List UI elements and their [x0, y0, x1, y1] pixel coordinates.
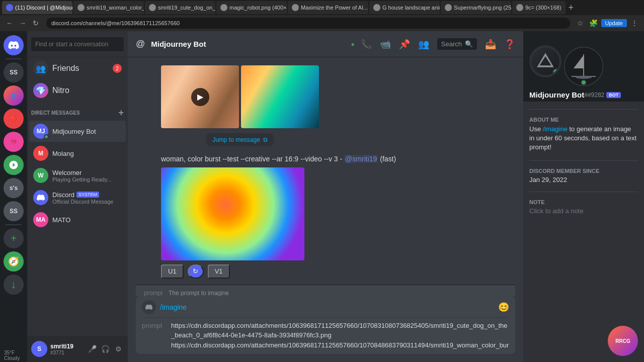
- call-icon[interactable]: 📞: [361, 39, 372, 50]
- address-bar[interactable]: discord.com/channels/@me/106396817112565…: [46, 18, 570, 29]
- update-button[interactable]: Update: [601, 19, 627, 27]
- profile-sailboat-icon: [535, 51, 555, 71]
- user-avatar: S: [31, 341, 47, 357]
- dm-item-molang[interactable]: M Molang: [29, 143, 126, 164]
- discover-button[interactable]: 🧭: [4, 251, 24, 272]
- prompt-label: prompt: [144, 290, 163, 296]
- search-bar[interactable]: Search 🔍: [437, 38, 477, 50]
- server-icon-ss2[interactable]: s's: [4, 178, 24, 198]
- tab-discord[interactable]: (11) Discord | @Midjourney...: [2, 1, 72, 14]
- nitro-label: Nitro: [52, 86, 69, 95]
- note-field[interactable]: Click to add a note: [523, 207, 644, 219]
- tab-6[interactable]: G house landscape animati...: [369, 1, 440, 14]
- profile-big-avatar: [529, 45, 561, 77]
- add-dm-button[interactable]: +: [118, 108, 124, 118]
- discord-home-button[interactable]: [4, 35, 24, 55]
- tab-5[interactable]: Maximize the Power of AI...: [288, 1, 368, 14]
- tab-8[interactable]: 9c= (300×168): [512, 1, 566, 14]
- nitro-item[interactable]: 💎 Nitro: [29, 80, 126, 101]
- browser-chrome: (11) Discord | @Midjourney... smriti19_w…: [0, 0, 644, 31]
- prompt-textarea[interactable]: https://cdn.discordapp.com/attachments/1…: [171, 321, 509, 350]
- help-icon[interactable]: ❓: [504, 39, 515, 50]
- new-tab-button[interactable]: +: [567, 3, 576, 13]
- tab-3[interactable]: smriti19_cute_dog_on_the...: [145, 1, 215, 14]
- dm-section-header: DIRECT MESSAGES +: [27, 102, 128, 120]
- reload-button[interactable]: ↻: [30, 18, 41, 29]
- channel-name: Midjourney Bot: [151, 40, 345, 48]
- server-divider: [6, 58, 22, 59]
- add-server-button[interactable]: +: [4, 228, 24, 248]
- note-title: NOTE: [523, 196, 644, 207]
- mato-name: MATO: [52, 216, 70, 224]
- tab7-icon: [445, 4, 452, 11]
- download-button[interactable]: ↓: [4, 275, 24, 295]
- prompt-key-label: prompt: [142, 321, 167, 329]
- tab-3-label: smriti19_cute_dog_on_the...: [158, 5, 215, 11]
- dm-search-input[interactable]: [31, 37, 124, 51]
- tab-8-label: 9c= (300×168): [525, 5, 561, 11]
- mato-avatar: MA: [33, 212, 48, 227]
- action-buttons: U1 ↻ V1: [161, 264, 396, 279]
- play-button-icon[interactable]: ▶: [191, 88, 209, 106]
- friends-item[interactable]: 👥 Friends 2: [29, 58, 126, 79]
- chat-content: ▶ Jump to message ⧉: [128, 57, 523, 296]
- large-image[interactable]: [161, 167, 396, 260]
- member-since-title: DISCORD MEMBER SINCE: [523, 165, 644, 176]
- server-icon-ss1[interactable]: SS: [4, 62, 24, 82]
- server-icon-ss3[interactable]: SS: [4, 201, 24, 221]
- msg2-content: woman, color burst --test --creative --a…: [161, 154, 396, 279]
- tab-4[interactable]: magic_robot.png (400×4...: [216, 1, 287, 14]
- system-badge: SYSTEM: [76, 192, 99, 198]
- mic-toggle-button[interactable]: 🎤: [87, 343, 98, 354]
- profile-avatar-area: [523, 61, 644, 86]
- external-link-icon: ⧉: [263, 136, 268, 143]
- bookmark-button[interactable]: ☆: [575, 18, 586, 29]
- dm-item-mato[interactable]: MA MATO: [29, 209, 126, 230]
- image-1[interactable]: ▶: [161, 65, 239, 128]
- forward-button[interactable]: →: [17, 18, 28, 29]
- dm-item-discord[interactable]: Discord SYSTEM Official Discord Message: [29, 187, 126, 208]
- pin-icon[interactable]: 📌: [399, 39, 410, 50]
- discord-dm-name: Discord: [52, 191, 74, 199]
- imagine-mention: /imagine: [543, 125, 568, 133]
- tab-5-label: Maximize the Power of AI...: [301, 5, 368, 11]
- molang-name: Molang: [52, 150, 74, 157]
- inbox-icon[interactable]: 📥: [485, 39, 496, 50]
- server-icon-green[interactable]: [4, 155, 24, 175]
- menu-button[interactable]: ⋮: [629, 18, 640, 29]
- tab2-icon: [77, 4, 85, 11]
- refresh-button[interactable]: ↻: [188, 264, 204, 279]
- video-icon[interactable]: 📹: [380, 39, 391, 50]
- tab-7[interactable]: Supermarflying.png (250...: [441, 1, 511, 14]
- jump-to-message-button[interactable]: Jump to message ⧉: [206, 133, 274, 146]
- dm-item-welcomer[interactable]: W Welcomer Playing Getting Ready...: [29, 165, 126, 186]
- member-since-value: Jan 29, 2022: [523, 176, 644, 188]
- members-icon[interactable]: 👥: [418, 39, 429, 50]
- dm-item-midjourney[interactable]: MJ Midjourney Bot: [29, 121, 126, 142]
- image-2[interactable]: [241, 65, 319, 128]
- u1-button[interactable]: U1: [161, 264, 184, 279]
- imagine-header: /imagine 😊: [142, 300, 509, 318]
- emoji-button[interactable]: 😊: [498, 302, 509, 313]
- server-icon-pink[interactable]: 💗: [4, 132, 24, 152]
- message-input-box: /imagine 😊 prompt https://cdn.discordapp…: [136, 296, 515, 354]
- server-icon-animated[interactable]: 🌀: [4, 85, 24, 106]
- mention-smriti: @smriti19: [344, 155, 378, 163]
- tab-2[interactable]: smriti19_woman_color_bu...: [73, 1, 144, 14]
- headset-toggle-button[interactable]: 🎧: [100, 343, 111, 354]
- user-settings-button[interactable]: ⚙: [113, 343, 124, 354]
- tab3-icon: [149, 4, 156, 11]
- v1-button[interactable]: V1: [208, 264, 230, 279]
- channel-at-icon: @: [136, 39, 145, 49]
- back-button[interactable]: ←: [4, 18, 15, 29]
- extensions-button[interactable]: 🧩: [588, 18, 599, 29]
- midjourney-status: [44, 134, 49, 139]
- dm-search-area: [27, 31, 128, 57]
- large-face-image: [161, 167, 304, 260]
- about-me-title: ABOUT ME: [523, 114, 644, 125]
- server-icon-red[interactable]: 🔴: [4, 109, 24, 129]
- app-container: SS 🌀 🔴 💗 s's SS + 🧭 ↓ 👥 Friends 2 💎 Nitr…: [0, 31, 644, 362]
- tab-6-label: G house landscape animati...: [382, 5, 440, 11]
- tab4-icon: [220, 4, 227, 11]
- prompt-hint-section: prompt The prompt to imagine: [136, 285, 515, 296]
